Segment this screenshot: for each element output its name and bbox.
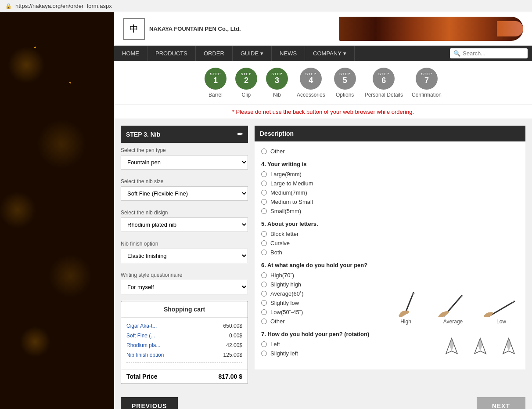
nib-design-group: Select the nib disign Rhodium plated nib… [121, 205, 248, 232]
section-6: 6. At what angle do you hold your pen? H… [261, 262, 519, 325]
logo-emblem: 中 [123, 18, 145, 40]
radio-large9mm-input[interactable] [261, 171, 267, 177]
desc-title: Description [255, 126, 525, 141]
radio-left-input[interactable] [261, 341, 267, 347]
cart-total-value: 817.00 $ [219, 373, 243, 380]
step-5-label: Options [336, 92, 354, 98]
steps-bar: STEP 1 Barrel STEP 2 Clip STEP 3 Nib [114, 61, 532, 105]
company-chevron-icon: ▾ [343, 50, 346, 57]
radio-block-input[interactable] [261, 231, 267, 237]
nav-news[interactable]: NEWS [272, 46, 305, 61]
writing-style-label: Writing style questionnaire [121, 272, 248, 278]
desc-panel: Description Other 4. Your writing [255, 126, 525, 384]
next-button[interactable]: NEXT [477, 397, 525, 409]
radio-high70-input[interactable] [261, 272, 267, 278]
pen-image [339, 17, 523, 41]
radio-angle-other-input[interactable] [261, 319, 267, 324]
svg-marker-57 [478, 338, 483, 351]
lock-icon: 🔒 [5, 3, 12, 9]
angle-high-svg [389, 288, 422, 317]
logo-area: 中 NAKAYA FOUNTAIN PEN Co., Ltd. [123, 18, 241, 40]
radio-both-label: Both [270, 249, 282, 256]
step-2[interactable]: STEP 2 Clip [235, 68, 257, 98]
nib-finish-select[interactable]: Elastic finishing Standard finishing Mus… [121, 249, 248, 263]
nib-design-select[interactable]: Rhodium plated nib Gold nib Soft Gold ni… [121, 217, 248, 232]
nib-finish-group: Nib finish option Elastic finishing Stan… [121, 236, 248, 263]
search-input[interactable] [463, 50, 524, 57]
angle-illustrations: High [389, 271, 519, 325]
nav-guide[interactable]: GUIDE ▾ [233, 46, 272, 61]
radio-slightly-high-input[interactable] [261, 282, 267, 287]
cart-item-4-name: Nib finish option [126, 352, 164, 358]
nav-home[interactable]: HOME [114, 46, 147, 61]
rotation-item-1 [442, 336, 462, 356]
radio-angle-other-label: Other [270, 318, 285, 325]
letters-options: Block letter Cursive Both [261, 231, 519, 256]
cart-item-2-name: Soft Fine (... [126, 333, 155, 339]
nav-order[interactable]: ORDER [196, 46, 233, 61]
radio-left: Left [261, 341, 433, 347]
step-1[interactable]: STEP 1 Barrel [205, 68, 226, 98]
radio-medium7mm-label: Medium(7mm) [270, 189, 307, 196]
radio-slightly-left-label: Slightly left [270, 350, 298, 357]
radio-medium7mm-input[interactable] [261, 190, 267, 195]
cart-item-3-price: 42.00$ [226, 342, 242, 348]
radio-low50-input[interactable] [261, 309, 267, 315]
radio-large-medium-input[interactable] [261, 181, 267, 186]
section-other: Other [261, 148, 519, 155]
nib-size-label: Select the nib size [121, 178, 248, 185]
radio-other-top-input[interactable] [261, 148, 267, 154]
step-5[interactable]: STEP 5 Options [334, 68, 356, 98]
radio-average60: Average(60˚) [261, 290, 381, 297]
warning-bar: * Please do not use the back button of y… [114, 105, 532, 119]
nav-company[interactable]: COMPANY ▾ [305, 46, 355, 61]
shopping-cart: Shopping cart Cigar Aka-t... 650.00$ Sof… [121, 301, 248, 384]
nib-finish-label: Nib finish option [121, 241, 248, 247]
writing-style-group: Writing style questionnaire For myself F… [121, 268, 248, 294]
section-7-title: 7. How do you hold your pen? (rotation) [261, 331, 433, 337]
desc-content: Other 4. Your writing is Large(9mm) [255, 141, 525, 369]
previous-button[interactable]: PREVIOUS [121, 397, 178, 409]
radio-both-input[interactable] [261, 250, 267, 255]
section-4-title: 4. Your writing is [261, 161, 519, 167]
radio-block-label: Block letter [270, 231, 298, 237]
angle-high-item: High [389, 288, 422, 325]
step-6[interactable]: STEP 6 Personal Details [365, 68, 403, 98]
angle-average-svg [435, 288, 471, 317]
step-7[interactable]: STEP 7 Confirmation [412, 68, 442, 98]
step-3[interactable]: STEP 3 Nib [266, 68, 288, 98]
radio-medium-small-input[interactable] [261, 199, 267, 205]
cart-title: Shopping cart [121, 301, 248, 318]
main-content: 中 NAKAYA FOUNTAIN PEN Co., Ltd. HOME PRO… [114, 12, 532, 409]
angle-average-label: Average [443, 319, 463, 325]
radio-small5mm-label: Small(5mm) [270, 208, 301, 214]
radio-cursive-input[interactable] [261, 240, 267, 246]
nav-products[interactable]: PRODUCTS [147, 46, 196, 61]
radio-slightly-left-input[interactable] [261, 351, 267, 356]
pen-type-label: Select the pen type [121, 147, 248, 153]
nib-size-select[interactable]: Soft Fine (Flexible Fine) Extra Fine Fin… [121, 186, 248, 201]
cart-item-3-name: Rhodium pla... [126, 342, 160, 348]
radio-slightly-left: Slightly left [261, 350, 433, 357]
cart-item-4: Nib finish option 125.00$ [126, 350, 242, 360]
radio-average60-input[interactable] [261, 291, 267, 297]
writing-style-select[interactable]: For myself For business For gift [121, 280, 248, 294]
nib-design-label: Select the nib disign [121, 210, 248, 216]
radio-slightly-low-input[interactable] [261, 300, 267, 306]
pen-type-group: Select the pen type Fountain pen Calligr… [121, 143, 248, 170]
cart-items: Cigar Aka-t... 650.00$ Soft Fine (... 0.… [121, 318, 248, 369]
radio-left-label: Left [270, 341, 280, 347]
url-bar: https://nakaya.org/en/order_form.aspx [15, 3, 112, 9]
radio-other-top-label: Other [270, 148, 285, 155]
angle-low-svg [484, 288, 519, 317]
angle-low-item: Low [484, 288, 519, 325]
radio-small5mm-input[interactable] [261, 208, 267, 214]
radio-slightly-low: Slightly low [261, 300, 381, 306]
radio-block: Block letter [261, 231, 519, 237]
radio-slightly-low-label: Slightly low [270, 300, 299, 306]
step-4[interactable]: STEP 4 Accessories [297, 68, 325, 98]
search-icon: 🔍 [453, 50, 460, 57]
rotation-item-3 [499, 336, 519, 356]
pen-type-select[interactable]: Fountain pen Calligraphy pen Brush pen [121, 155, 248, 170]
radio-small5mm: Small(5mm) [261, 208, 519, 214]
